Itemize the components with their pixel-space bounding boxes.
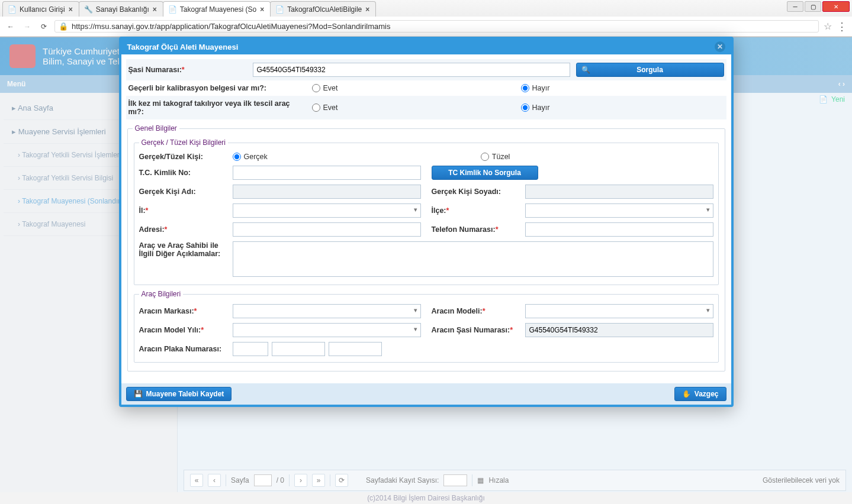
genel-legend: Genel Bilgiler: [133, 124, 179, 133]
aciklama-textarea[interactable]: [233, 241, 713, 277]
plaka-harf-input[interactable]: [272, 342, 325, 356]
tckn-input[interactable]: [233, 166, 421, 180]
kaydet-button[interactable]: Muayene Talebi Kaydet: [126, 387, 232, 401]
modelyili-select[interactable]: [233, 323, 421, 337]
adi-label: Gerçek Kişi Adı:: [139, 188, 196, 196]
kisi-legend: Gerçek / Tüzel Kişi Bilgileri: [139, 138, 229, 147]
aracsasi-label: Aracın Şasi Numarası:: [432, 326, 510, 334]
marka-label: Aracın Markası:: [139, 307, 194, 315]
modelyili-label: Aracın Model Yılı:: [139, 326, 201, 334]
ilce-label: İlçe:: [432, 206, 446, 215]
adi-input: [233, 185, 421, 199]
tuzel-radio[interactable]: Tüzel: [481, 153, 510, 161]
gercek-radio[interactable]: Gerçek: [233, 153, 268, 161]
arac-legend: Araç Bilgileri: [139, 290, 184, 298]
gercektuzel-label: Gerçek/Tüzel Kişi:: [139, 153, 203, 161]
il-label: İl:: [139, 206, 146, 215]
plaka-il-input[interactable]: [233, 342, 268, 356]
modal-backdrop: Takograf Ölçü Aleti Muayenesi ✕ Şasi Num…: [0, 0, 852, 493]
modal-title: Takograf Ölçü Aleti Muayenesi: [127, 43, 239, 51]
ilkkez-hayir-radio[interactable]: Hayır: [521, 104, 724, 112]
model-select[interactable]: [525, 304, 713, 318]
ilce-select[interactable]: [525, 203, 713, 218]
plaka-label: Aracın Plaka Numarası:: [139, 345, 222, 353]
aciklama-label: Araç ve Araç Sahibi ile İlgili Diğer Açı…: [139, 241, 221, 258]
marka-select[interactable]: [233, 304, 421, 318]
close-icon[interactable]: ✕: [715, 41, 725, 52]
plaka-sayi-input[interactable]: [329, 342, 382, 356]
adres-input[interactable]: [233, 222, 421, 237]
tel-input[interactable]: [525, 222, 713, 237]
kalib-hayir-radio[interactable]: Hayır: [521, 84, 724, 92]
aracsasi-input: [525, 323, 713, 337]
kalib-evet-radio[interactable]: Evet: [312, 84, 515, 92]
ilkkez-label: İlk kez mi takograf takılıyor veya ilk t…: [128, 99, 290, 116]
sasi-label: Şasi Numarası:: [128, 66, 182, 74]
soyadi-label: Gerçek Kişi Soyadı:: [432, 188, 501, 196]
adres-label: Adresi:: [139, 225, 165, 234]
il-select[interactable]: [233, 203, 421, 218]
soyadi-input: [525, 185, 713, 199]
modal-dialog: Takograf Ölçü Aleti Muayenesi ✕ Şasi Num…: [119, 37, 734, 407]
model-label: Aracın Modeli:: [432, 307, 483, 315]
vazgec-button[interactable]: Vazgeç: [674, 387, 726, 401]
tckn-sorgula-button[interactable]: TC Kimlik No Sorgula: [432, 166, 538, 180]
sorgula-button[interactable]: 🔍 Sorgula: [576, 63, 724, 77]
kalib-label: Geçerli bir kalibrasyon belgesi var mı?:: [128, 84, 266, 92]
search-icon: 🔍: [581, 66, 590, 74]
ilkkez-evet-radio[interactable]: Evet: [312, 104, 515, 112]
tckn-label: T.C. Kimlik No:: [139, 169, 191, 177]
sasi-input[interactable]: [253, 63, 570, 77]
tel-label: Telefon Numarası:: [432, 225, 496, 234]
